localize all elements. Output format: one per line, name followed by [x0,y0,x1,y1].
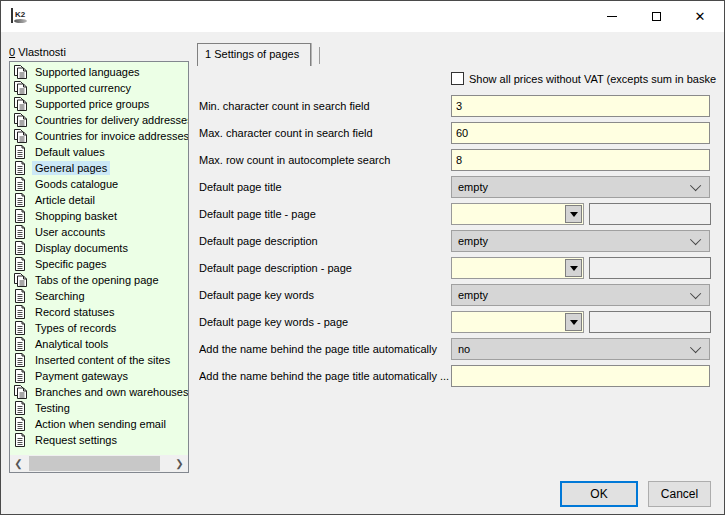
page-combobox[interactable] [451,257,584,279]
document-icon [13,241,27,255]
list-item-label: Payment gateways [32,369,131,383]
page-input[interactable] [589,203,711,225]
list-item[interactable]: Supported price groups [10,96,188,112]
list-item[interactable]: General pages [10,160,188,176]
dropdown-button[interactable] [565,313,582,331]
combobox-value[interactable] [452,204,564,224]
document-icon [13,433,27,447]
document-icon [13,337,27,351]
dropdown-button[interactable] [565,205,582,223]
list-item[interactable]: Countries for invoice addresses [10,128,188,144]
checkbox-label: Show all prices without VAT (excepts sum… [469,73,716,85]
page-input[interactable] [589,257,711,279]
form-row: Default page key words - page [199,311,711,333]
form-row: Max. character count in search field [199,122,711,144]
list-item[interactable]: Request settings [10,432,188,448]
list-item[interactable]: Inserted content of the sites [10,352,188,368]
dropdown-select[interactable]: empty [451,284,710,306]
text-input[interactable] [451,122,710,144]
dropdown-select[interactable]: no [451,338,710,360]
list-item[interactable]: Supported currency [10,80,188,96]
documents-icon [13,97,27,111]
form-row: Default page description - page [199,257,711,279]
field-label: Default page title [199,176,451,198]
field-label: Add the name behind the page title autom… [199,338,451,360]
list-item[interactable]: Branches and own warehouses [10,384,188,400]
list-item[interactable]: Article detail [10,192,188,208]
horizontal-scrollbar[interactable]: ❮ ❯ [10,455,188,472]
combobox-value[interactable] [452,312,564,332]
list-item[interactable]: User accounts [10,224,188,240]
tab-divider [319,47,320,64]
list-item[interactable]: Record statuses [10,304,188,320]
scroll-right-icon[interactable]: ❯ [171,455,188,472]
show-prices-without-vat-checkbox[interactable] [451,72,464,85]
list-item[interactable]: Display documents [10,240,188,256]
text-input[interactable] [451,149,710,171]
list-item-label: Goods catalogue [32,177,121,191]
list-item[interactable]: Payment gateways [10,368,188,384]
minimize-button[interactable] [590,1,634,31]
list-item-label: Request settings [32,433,120,447]
field-label: Default page description - page [199,257,451,279]
list-item[interactable]: Supported languages [10,64,188,80]
list-item[interactable]: Countries for delivery addresses [10,112,188,128]
list-item[interactable]: Shopping basket [10,208,188,224]
list-item[interactable]: Action when sending email [10,416,188,432]
document-icon [13,417,27,431]
list-item-label: Specific pages [32,257,110,271]
list-item-label: Record statuses [32,305,117,319]
selected-value: empty [458,235,693,247]
document-icon [13,145,27,159]
list-item-label: Supported price groups [32,97,152,111]
dropdown-select[interactable]: empty [451,176,710,198]
text-input[interactable] [451,365,710,387]
list-item[interactable]: Default values [10,144,188,160]
dropdown-arrow-icon [570,266,578,271]
page-input[interactable] [589,311,711,333]
selected-value: empty [458,289,693,301]
list-item-label: Tabs of the opening page [32,273,162,287]
dropdown-button[interactable] [565,259,582,277]
list-item[interactable]: Types of records [10,320,188,336]
settings-dialog-window: K2 ✕ 0 Vlastnosti Supported languages [0,0,725,515]
page-combobox[interactable] [451,311,584,333]
dropdown-select[interactable]: empty [451,230,710,252]
list-item-label: User accounts [32,225,108,239]
list-item[interactable]: Analytical tools [10,336,188,352]
list-item-label: Countries for delivery addresses [32,113,188,127]
list-item-label: Testing [32,401,73,415]
list-item[interactable]: Goods catalogue [10,176,188,192]
field-label: Default page key words - page [199,311,451,333]
properties-listbox: Supported languages Supported currency S… [9,61,189,473]
list-item[interactable]: Searching [10,288,188,304]
document-icon [13,193,27,207]
documents-icon [13,385,27,399]
field-label: Min. character count in search field [199,95,451,117]
text-input[interactable] [451,95,710,117]
tab-settings-of-pages[interactable]: 1 Settings of pages [197,43,311,66]
cancel-button[interactable]: Cancel [648,481,711,507]
document-icon [13,257,27,271]
page-combobox[interactable] [451,203,584,225]
list-item-label: Display documents [32,241,131,255]
list-item-label: Supported languages [32,65,143,79]
list-item[interactable]: Testing [10,400,188,416]
list-item-label: Default values [32,145,108,159]
list-item[interactable]: Specific pages [10,256,188,272]
combobox-value[interactable] [452,258,564,278]
documents-icon [13,113,27,127]
list-item[interactable]: Tabs of the opening page [10,272,188,288]
maximize-button[interactable] [634,1,678,31]
scroll-left-icon[interactable]: ❮ [10,455,27,472]
ok-button[interactable]: OK [560,481,638,507]
list-item-label: General pages [32,161,110,175]
document-icon [13,369,27,383]
document-icon [13,401,27,415]
document-icon [13,289,27,303]
close-button[interactable]: ✕ [678,1,722,31]
documents-icon [13,65,27,79]
scrollbar-thumb[interactable] [29,456,160,471]
form-row: Default page key words empty [199,284,711,306]
properties-list[interactable]: Supported languages Supported currency S… [10,62,188,455]
